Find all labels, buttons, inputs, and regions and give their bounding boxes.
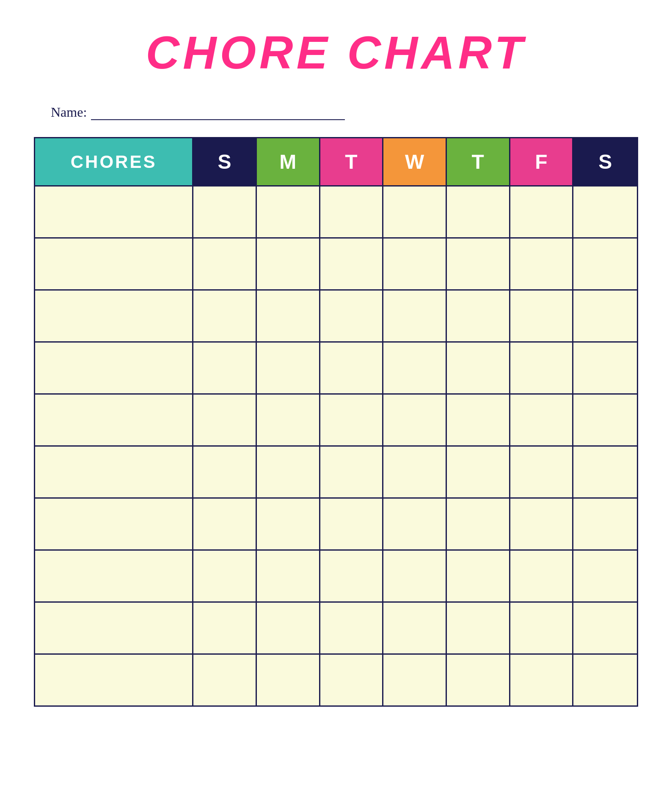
header-day-s2: S xyxy=(573,138,637,185)
day-cell[interactable] xyxy=(193,655,257,705)
header-day-t1: T xyxy=(320,138,384,185)
day-cell[interactable] xyxy=(573,291,637,341)
day-cell[interactable] xyxy=(573,551,637,601)
day-cell[interactable] xyxy=(447,343,510,393)
day-cell[interactable] xyxy=(447,239,510,289)
day-cell[interactable] xyxy=(320,655,384,705)
day-cell[interactable] xyxy=(320,239,384,289)
table-row xyxy=(35,289,637,341)
day-cell[interactable] xyxy=(573,603,637,653)
day-cell[interactable] xyxy=(447,603,510,653)
day-cell[interactable] xyxy=(383,603,447,653)
day-cell[interactable] xyxy=(383,343,447,393)
day-cell[interactable] xyxy=(383,655,447,705)
chore-cell[interactable] xyxy=(35,291,193,341)
day-cell[interactable] xyxy=(193,551,257,601)
chore-cell[interactable] xyxy=(35,499,193,549)
chore-cell[interactable] xyxy=(35,655,193,705)
day-cell[interactable] xyxy=(257,447,320,497)
day-cell[interactable] xyxy=(193,499,257,549)
day-cell[interactable] xyxy=(510,187,574,237)
day-cell[interactable] xyxy=(320,343,384,393)
day-cell[interactable] xyxy=(257,187,320,237)
name-label: Name: xyxy=(51,104,87,120)
chore-cell[interactable] xyxy=(35,239,193,289)
day-cell[interactable] xyxy=(320,551,384,601)
day-cell[interactable] xyxy=(193,239,257,289)
day-cell[interactable] xyxy=(320,447,384,497)
day-cell[interactable] xyxy=(447,499,510,549)
table-row xyxy=(35,341,637,393)
day-cell[interactable] xyxy=(510,499,574,549)
chart-body xyxy=(35,185,637,705)
day-cell[interactable] xyxy=(573,499,637,549)
chore-cell[interactable] xyxy=(35,447,193,497)
day-cell[interactable] xyxy=(193,395,257,445)
day-cell[interactable] xyxy=(257,291,320,341)
table-row xyxy=(35,445,637,497)
day-cell[interactable] xyxy=(573,447,637,497)
day-cell[interactable] xyxy=(447,447,510,497)
day-cell[interactable] xyxy=(257,655,320,705)
day-cell[interactable] xyxy=(447,655,510,705)
day-cell[interactable] xyxy=(193,187,257,237)
day-cell[interactable] xyxy=(257,603,320,653)
day-cell[interactable] xyxy=(320,395,384,445)
table-row xyxy=(35,549,637,601)
day-cell[interactable] xyxy=(320,499,384,549)
day-cell[interactable] xyxy=(510,655,574,705)
day-cell[interactable] xyxy=(573,655,637,705)
day-cell[interactable] xyxy=(383,395,447,445)
day-cell[interactable] xyxy=(510,551,574,601)
day-cell[interactable] xyxy=(510,343,574,393)
day-cell[interactable] xyxy=(320,187,384,237)
header-chores: CHORES xyxy=(35,138,193,185)
name-underline xyxy=(91,118,345,120)
day-cell[interactable] xyxy=(573,343,637,393)
day-cell[interactable] xyxy=(447,551,510,601)
day-cell[interactable] xyxy=(193,603,257,653)
day-cell[interactable] xyxy=(383,499,447,549)
day-cell[interactable] xyxy=(257,551,320,601)
day-cell[interactable] xyxy=(257,499,320,549)
day-cell[interactable] xyxy=(510,239,574,289)
table-row xyxy=(35,393,637,445)
header-day-t2: T xyxy=(447,138,510,185)
day-cell[interactable] xyxy=(383,447,447,497)
table-row xyxy=(35,185,637,237)
day-cell[interactable] xyxy=(257,343,320,393)
day-cell[interactable] xyxy=(320,291,384,341)
day-cell[interactable] xyxy=(573,239,637,289)
table-row xyxy=(35,497,637,549)
header-day-f: F xyxy=(510,138,574,185)
day-cell[interactable] xyxy=(383,239,447,289)
day-cell[interactable] xyxy=(383,291,447,341)
day-cell[interactable] xyxy=(510,291,574,341)
chart-header: CHORES S M T W T F S xyxy=(35,138,637,185)
day-cell[interactable] xyxy=(257,395,320,445)
page-title: CHORE CHART xyxy=(146,25,526,79)
day-cell[interactable] xyxy=(193,447,257,497)
day-cell[interactable] xyxy=(510,395,574,445)
chore-cell[interactable] xyxy=(35,187,193,237)
chore-cell[interactable] xyxy=(35,343,193,393)
day-cell[interactable] xyxy=(383,187,447,237)
day-cell[interactable] xyxy=(447,187,510,237)
chore-cell[interactable] xyxy=(35,551,193,601)
day-cell[interactable] xyxy=(447,395,510,445)
day-cell[interactable] xyxy=(573,187,637,237)
day-cell[interactable] xyxy=(193,343,257,393)
day-cell[interactable] xyxy=(573,395,637,445)
chore-cell[interactable] xyxy=(35,603,193,653)
header-day-s1: S xyxy=(193,138,257,185)
day-cell[interactable] xyxy=(510,447,574,497)
day-cell[interactable] xyxy=(447,291,510,341)
day-cell[interactable] xyxy=(193,291,257,341)
table-row xyxy=(35,653,637,705)
day-cell[interactable] xyxy=(383,551,447,601)
day-cell[interactable] xyxy=(257,239,320,289)
table-row xyxy=(35,601,637,653)
day-cell[interactable] xyxy=(320,603,384,653)
day-cell[interactable] xyxy=(510,603,574,653)
chore-cell[interactable] xyxy=(35,395,193,445)
